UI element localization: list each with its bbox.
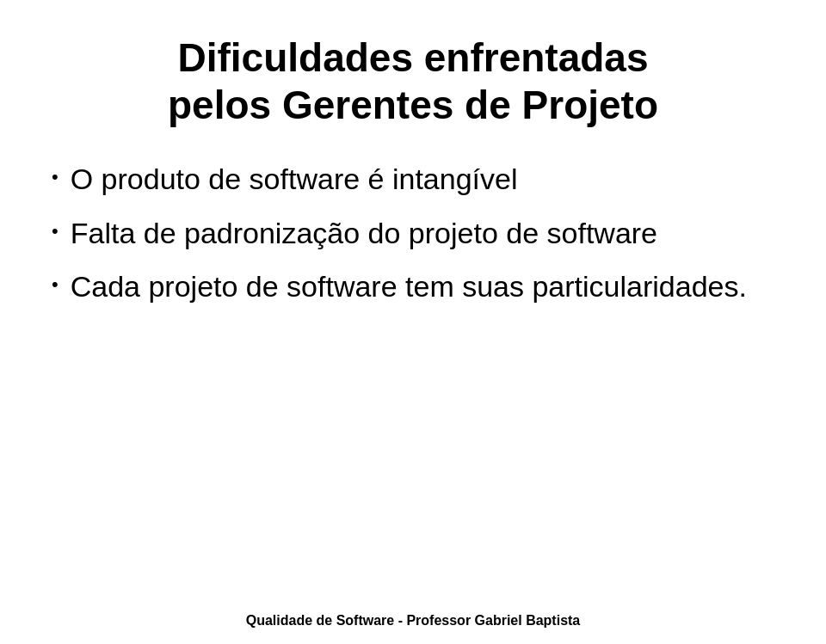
title-block: Dificuldades enfrentadas pelos Gerentes …	[52, 34, 774, 129]
bullet-dot-3: •	[52, 273, 59, 297]
footer-text: Qualidade de Software - Professor Gabrie…	[246, 613, 581, 628]
title-line1: Dificuldades enfrentadas	[177, 35, 648, 80]
bullet-text-3: Cada projeto de software tem suas partic…	[71, 267, 774, 305]
content-block: • O produto de software é intangível • F…	[52, 160, 774, 618]
bullet-text-1: O produto de software é intangível	[71, 160, 774, 198]
slide-title: Dificuldades enfrentadas pelos Gerentes …	[52, 34, 774, 129]
footer: Qualidade de Software - Professor Gabrie…	[0, 613, 826, 629]
title-line2: pelos Gerentes de Projeto	[168, 83, 658, 127]
bullet-dot-1: •	[52, 165, 59, 190]
bullet-dot-2: •	[52, 219, 59, 244]
list-item: • Cada projeto de software tem suas part…	[52, 267, 774, 305]
list-item: • Falta de padronização do projeto de so…	[52, 214, 774, 252]
slide-container: Dificuldades enfrentadas pelos Gerentes …	[0, 0, 826, 644]
bullet-text-2: Falta de padronização do projeto de soft…	[71, 214, 774, 252]
list-item: • O produto de software é intangível	[52, 160, 774, 198]
